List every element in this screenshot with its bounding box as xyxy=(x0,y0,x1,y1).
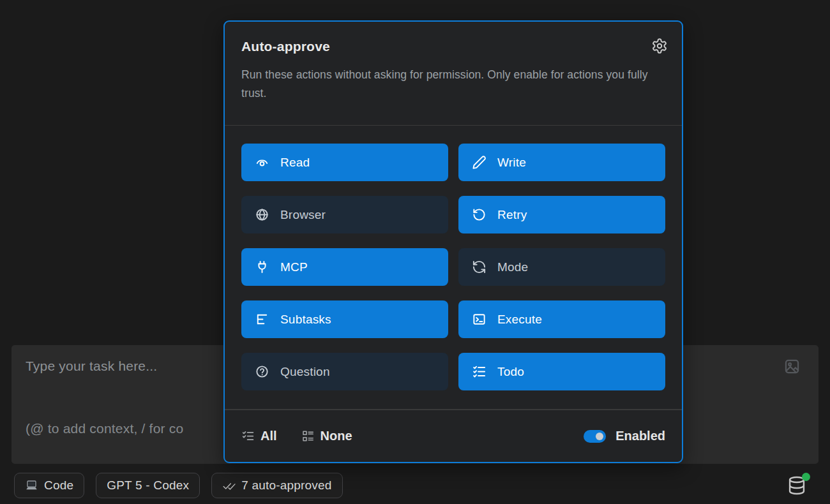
auto-approve-summary-label: 7 auto-approved xyxy=(241,478,331,493)
action-button-mcp[interactable]: MCP xyxy=(241,248,448,286)
toggle-knob xyxy=(596,433,603,440)
pencil-icon xyxy=(472,155,487,170)
auto-approve-description: Run these actions without asking for per… xyxy=(241,66,656,103)
action-label: Subtasks xyxy=(280,313,331,327)
attach-image-button[interactable] xyxy=(783,358,801,375)
action-button-mode[interactable]: Mode xyxy=(458,248,665,286)
action-button-todo[interactable]: Todo xyxy=(458,353,665,390)
select-none-label: None xyxy=(321,429,352,443)
auto-approve-modal: Auto-approve Run these actions without a… xyxy=(223,20,683,463)
auto-approve-summary-button[interactable]: 7 auto-approved xyxy=(211,473,342,498)
settings-button[interactable] xyxy=(651,38,668,54)
action-button-read[interactable]: Read xyxy=(241,144,448,181)
mode-selector-button[interactable]: Code xyxy=(14,473,84,498)
task-input-placeholder: Type your task here... xyxy=(26,359,157,374)
task-input-hint: (@ to add context, / for co xyxy=(26,421,183,436)
select-all-button[interactable]: All xyxy=(241,429,277,443)
image-icon xyxy=(783,358,801,375)
action-label: Question xyxy=(280,365,330,379)
action-label: Mode xyxy=(497,260,528,274)
action-label: MCP xyxy=(280,260,308,274)
select-none-icon xyxy=(301,429,315,443)
model-selector-button[interactable]: GPT 5 - Codex xyxy=(96,473,200,498)
globe-icon xyxy=(255,207,269,222)
enabled-toggle-label: Enabled xyxy=(615,429,665,443)
check-all-icon xyxy=(222,479,236,493)
action-button-execute[interactable]: Execute xyxy=(458,300,665,338)
eye-icon xyxy=(255,155,269,170)
enabled-toggle[interactable] xyxy=(584,430,606,443)
status-green-dot xyxy=(802,473,810,481)
mode-label: Code xyxy=(44,478,73,493)
action-button-question[interactable]: Question xyxy=(241,353,448,390)
plug-icon xyxy=(255,260,269,274)
action-button-browser[interactable]: Browser xyxy=(241,196,448,233)
sync-icon xyxy=(472,260,487,274)
list-tree-icon xyxy=(255,312,269,327)
select-all-icon xyxy=(241,429,255,443)
action-label: Execute xyxy=(497,313,542,327)
checklist-icon xyxy=(472,364,487,379)
laptop-icon xyxy=(25,479,38,493)
history-database-button[interactable] xyxy=(787,475,807,496)
question-icon xyxy=(255,364,269,379)
action-label: Todo xyxy=(497,365,524,379)
action-button-subtasks[interactable]: Subtasks xyxy=(241,300,448,338)
select-all-label: All xyxy=(260,429,277,443)
action-label: Read xyxy=(280,156,310,170)
auto-approve-header: Auto-approve Run these actions without a… xyxy=(225,22,682,125)
model-label: GPT 5 - Codex xyxy=(107,478,189,493)
action-label: Browser xyxy=(280,208,326,222)
auto-approve-footer: All None Enabled xyxy=(225,410,682,462)
statusbar: Code GPT 5 - Codex 7 auto-approved xyxy=(14,473,343,498)
auto-approve-title: Auto-approve xyxy=(241,39,665,54)
terminal-icon xyxy=(472,312,487,327)
gear-icon xyxy=(651,38,668,54)
action-label: Retry xyxy=(497,208,527,222)
action-button-retry[interactable]: Retry xyxy=(458,196,665,233)
auto-approve-actions-grid: Read Write Browser xyxy=(225,126,682,409)
action-button-write[interactable]: Write xyxy=(458,144,665,181)
action-label: Write xyxy=(497,156,526,170)
select-none-button[interactable]: None xyxy=(301,429,352,443)
rotate-icon xyxy=(472,207,487,222)
